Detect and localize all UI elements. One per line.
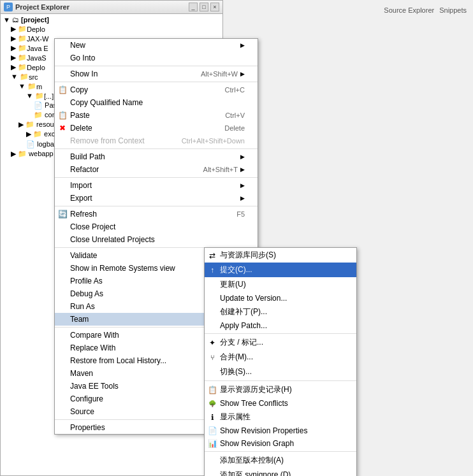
panel-controls: _ □ ×: [189, 3, 219, 11]
menu-item-close-unrelated[interactable]: Close Unrelated Projects: [55, 233, 258, 246]
maximize-btn[interactable]: □: [200, 3, 208, 11]
menu-item-close-project[interactable]: Close Project: [55, 220, 258, 233]
submenu-switch[interactable]: 切换(S)...: [205, 364, 356, 379]
separator-4: [55, 177, 258, 178]
panel-icon: P: [4, 3, 13, 11]
snippets-tab[interactable]: Snippets: [439, 6, 467, 14]
menu-item-import[interactable]: Import ▶: [55, 179, 258, 192]
separator-5: [55, 206, 258, 206]
menu-item-new[interactable]: New ▶: [55, 39, 258, 52]
menu-item-export[interactable]: Export ▶: [55, 192, 258, 205]
tree-row-root[interactable]: ▼ 🗂 [project]: [2, 15, 221, 24]
submenu-merge[interactable]: ⑂ 合并(M)...: [205, 350, 356, 364]
submenu-update-to-version[interactable]: Update to Version...: [205, 292, 356, 305]
submenu-sep-1: [205, 333, 356, 334]
separator-2: [55, 82, 258, 82]
submenu-apply-patch[interactable]: Apply Patch...: [205, 319, 356, 332]
menu-item-paste[interactable]: 📋 Paste Ctrl+V: [55, 109, 258, 122]
team-submenu: ⇄ 与资源库同步(S) ↑ 提交(C)... 更新(U) Update to V…: [204, 247, 357, 476]
menu-item-show-in[interactable]: Show In Alt+Shift+W ▶: [55, 68, 258, 80]
menu-item-delete[interactable]: ✖ Delete Delete: [55, 122, 258, 134]
submenu-show-tree-conflicts[interactable]: 🌳 Show Tree Conflicts: [205, 397, 356, 410]
submenu-add-version[interactable]: 添加至版本控制(A): [205, 453, 356, 468]
panel-title-bar: P Project Explorer _ □ ×: [1, 1, 222, 14]
separator-3: [55, 148, 258, 149]
menu-item-refactor[interactable]: Refactor Alt+Shift+T ▶: [55, 163, 258, 176]
close-btn[interactable]: ×: [210, 3, 219, 11]
submenu-sep-2: [205, 380, 356, 381]
submenu-show-revision-graph[interactable]: 📊 Show Revision Graph: [205, 437, 356, 450]
submenu-show-revision-properties[interactable]: 📄 Show Revision Properties: [205, 424, 356, 437]
separator-1: [55, 66, 258, 66]
menu-item-copy-qualified[interactable]: Copy Qualified Name: [55, 96, 258, 109]
submenu-branch-tag[interactable]: ✦ 分支 / 标记...: [205, 335, 356, 350]
tree-row-deplo1[interactable]: ▶ 📁 Deplo: [10, 24, 221, 34]
panel-title-text: Project Explorer: [15, 3, 186, 11]
right-panel-tabs: Source Explorer Snippets: [384, 6, 467, 14]
menu-item-remove-context: Remove from Context Ctrl+Alt+Shift+Down: [55, 134, 258, 147]
menu-item-go-into[interactable]: Go Into: [55, 52, 258, 64]
menu-item-build-path[interactable]: Build Path ▶: [55, 150, 258, 163]
menu-item-copy[interactable]: 📋 Copy Ctrl+C: [55, 83, 258, 96]
submenu-commit[interactable]: ↑ 提交(C)...: [205, 263, 356, 277]
submenu-sync[interactable]: ⇄ 与资源库同步(S): [205, 248, 356, 263]
submenu-add-svnignore[interactable]: 添加至 svnignore (D): [205, 468, 356, 476]
submenu-create-patch[interactable]: 创建补丁(P)...: [205, 305, 356, 319]
menu-item-refresh[interactable]: 🔄 Refresh F5: [55, 208, 258, 220]
submenu-update[interactable]: 更新(U): [205, 277, 356, 292]
minimize-btn[interactable]: _: [189, 3, 198, 11]
submenu-show-history[interactable]: 📋 显示资源历史记录(H): [205, 382, 356, 397]
submenu-show-properties[interactable]: ℹ 显示属性: [205, 410, 356, 424]
source-explorer-tab[interactable]: Source Explorer: [384, 6, 434, 14]
submenu-sep-3: [205, 451, 356, 452]
